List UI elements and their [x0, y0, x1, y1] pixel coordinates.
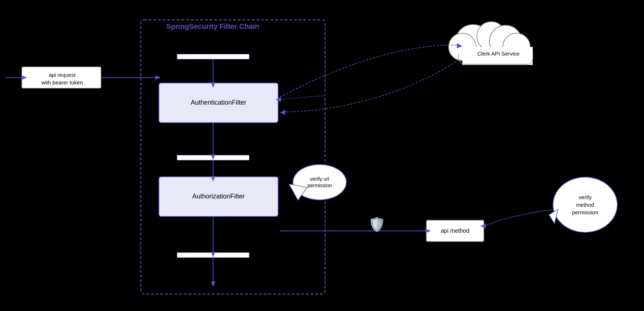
- verify-url-bubble: verify url permission: [293, 164, 347, 200]
- authentication-filter-label: AuthenticationFilter: [161, 85, 276, 120]
- svg-marker-21: [211, 281, 215, 287]
- svg-rect-1: [177, 54, 249, 59]
- verify-token-label: verify token: [314, 89, 342, 96]
- diagram-svg: [0, 0, 644, 311]
- svg-marker-9: [155, 75, 161, 80]
- acquire-org-label: acquire organization memberships when su…: [372, 110, 466, 125]
- api-request-label: api request with bearer token: [23, 69, 101, 88]
- api-method-label: api method: [428, 223, 482, 239]
- authorization-filter-label: AuthorizationFilter: [161, 179, 276, 214]
- verify-method-bubble: verify method permission: [553, 177, 618, 233]
- dispatch-label: dispatch: [311, 224, 331, 230]
- svg-line-30: [281, 96, 325, 99]
- shield-icon: 🛡️: [368, 216, 385, 232]
- diagram-container: SpringSecurity Filter Chain api request …: [0, 0, 644, 311]
- clerk-api-label: Clerk API Service: [464, 43, 533, 64]
- svg-marker-29: [280, 110, 285, 115]
- chain-title: SpringSecurity Filter Chain: [166, 22, 259, 31]
